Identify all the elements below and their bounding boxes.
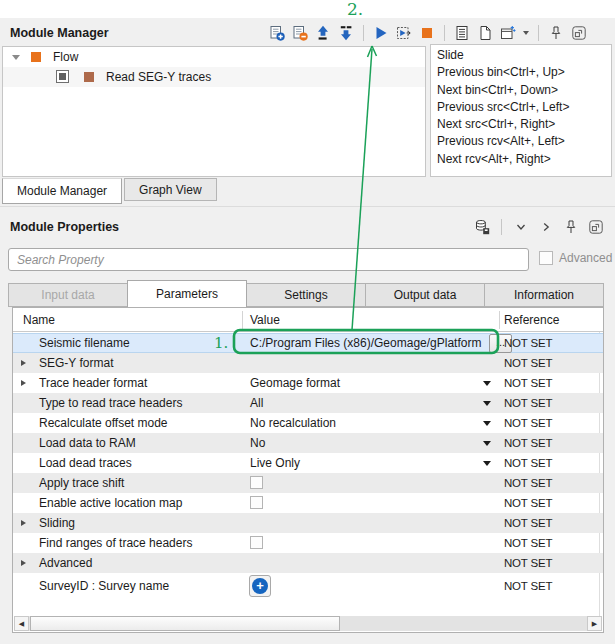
toolbar-separator: [538, 25, 539, 41]
module-checkbox[interactable]: [56, 70, 69, 83]
value-checkbox[interactable]: [250, 536, 263, 549]
dropdown-arrow-icon[interactable]: [483, 461, 491, 466]
dropdown-arrow-icon[interactable]: [483, 381, 491, 386]
new-window-dropdown-icon[interactable]: [523, 31, 529, 35]
dropdown-arrow-icon[interactable]: [483, 441, 491, 446]
save-database-icon[interactable]: [474, 219, 490, 235]
table-row-advanced[interactable]: Advanced NOT SET: [13, 553, 603, 573]
info-line: Next src<Ctrl+, Right>: [437, 116, 611, 133]
stop-button[interactable]: [419, 25, 435, 41]
collapse-triangle-icon[interactable]: [12, 55, 20, 60]
module-manager-titlebar: Module Manager: [2, 19, 613, 46]
expander-icon[interactable]: [21, 560, 26, 566]
slide-shortcuts-panel: Slide Previous bin<Ctrl+, Up> Next bin<C…: [430, 44, 612, 177]
annotation-step2: 2.: [347, 0, 363, 19]
column-header-value: Value: [250, 308, 280, 332]
run-selected-button[interactable]: [396, 25, 412, 41]
table-row-segy-format[interactable]: SEG-Y format NOT SET: [13, 353, 603, 373]
properties-tabbar: Input data Parameters Settings Output da…: [8, 280, 604, 307]
info-line: Next bin<Ctrl+, Down>: [437, 82, 611, 99]
module-properties-toolbar: [474, 219, 613, 235]
table-row-trace-header-format[interactable]: Trace header format Geomage format NOT S…: [13, 373, 603, 393]
paste-button[interactable]: [477, 25, 493, 41]
tree-item-label: Read SEG-Y traces: [106, 67, 211, 87]
tab-input-data[interactable]: Input data: [8, 283, 128, 307]
dropdown-arrow-icon[interactable]: [483, 421, 491, 426]
run-button[interactable]: [373, 25, 389, 41]
module-manager-title: Module Manager: [2, 26, 109, 40]
scrollbar-thumb[interactable]: [30, 616, 340, 631]
table-row-load-dead-traces[interactable]: Load dead traces Live Only NOT SET: [13, 453, 603, 473]
module-manager-toolbar: [269, 25, 613, 41]
module-properties-title: Module Properties: [2, 220, 119, 234]
info-line: Previous src<Ctrl+, Left>: [437, 99, 611, 116]
tab-module-manager[interactable]: Module Manager: [2, 178, 122, 204]
toolbar-separator: [501, 219, 502, 235]
advanced-option: Advanced: [539, 251, 612, 265]
toolbar-separator: [444, 25, 445, 41]
info-line: Previous rcv<Alt+, Left>: [437, 133, 611, 150]
tab-graph-view[interactable]: Graph View: [124, 178, 216, 201]
tree-item-flow[interactable]: Flow: [3, 47, 425, 67]
table-row-sliding[interactable]: Sliding NOT SET: [13, 513, 603, 533]
chevron-down-icon[interactable]: [513, 219, 529, 235]
expander-icon[interactable]: [21, 360, 26, 366]
application-window: Module Manager Flow: [0, 0, 615, 644]
value-checkbox[interactable]: [250, 476, 263, 489]
scroll-left-button[interactable]: ◀: [14, 616, 29, 631]
table-row-survey-id[interactable]: SurveyID : Survey name + NOT SET: [13, 573, 603, 599]
header-separator: [499, 311, 500, 329]
move-up-button[interactable]: [315, 25, 331, 41]
tab-parameters[interactable]: Parameters: [127, 280, 247, 307]
advanced-checkbox[interactable]: [539, 251, 553, 265]
expander-icon[interactable]: [21, 380, 26, 386]
table-row-find-ranges[interactable]: Find ranges of trace headers NOT SET: [13, 533, 603, 553]
table-row-type-to-read[interactable]: Type to read trace headers All NOT SET: [13, 393, 603, 413]
horizontal-scrollbar[interactable]: ◀ ▶: [14, 616, 602, 631]
info-line: Next rcv<Alt+, Right>: [437, 151, 611, 168]
expander-icon[interactable]: [21, 520, 26, 526]
table-row-recalculate-offset[interactable]: Recalculate offset mode No recalculation…: [13, 413, 603, 433]
table-row-load-to-ram[interactable]: Load data to RAM No NOT SET: [13, 433, 603, 453]
column-header-reference: Reference: [504, 308, 559, 332]
log-button[interactable]: [454, 25, 470, 41]
toolbar-separator: [363, 25, 364, 41]
remove-module-button[interactable]: [292, 25, 308, 41]
table-header: Name Value Reference: [13, 308, 603, 332]
pin-icon[interactable]: [548, 25, 564, 41]
new-window-button[interactable]: [500, 25, 516, 41]
scroll-right-button[interactable]: ▶: [587, 616, 602, 631]
header-separator: [242, 311, 243, 329]
search-property-input[interactable]: [8, 248, 529, 271]
table-row-enable-location-map[interactable]: Enable active location map NOT SET: [13, 493, 603, 513]
parameters-table: Name Value Reference Seismic filename C:…: [12, 307, 604, 633]
tree-item-read-segy[interactable]: Read SEG-Y traces: [3, 67, 425, 87]
chevron-right-icon[interactable]: [538, 219, 554, 235]
tree-item-label: Flow: [53, 47, 78, 67]
manager-tabbar: Module Manager Graph View: [2, 178, 217, 206]
tab-information[interactable]: Information: [484, 283, 604, 307]
info-line: Slide: [437, 47, 611, 64]
module-icon: [84, 72, 94, 82]
move-down-button[interactable]: [338, 25, 354, 41]
value-checkbox[interactable]: [250, 496, 263, 509]
advanced-label: Advanced: [559, 251, 612, 265]
table-row-apply-trace-shift[interactable]: Apply trace shift NOT SET: [13, 473, 603, 493]
annotation-step1: 1.: [214, 334, 228, 352]
checkbox-fill: [59, 73, 66, 80]
module-tree: Flow Read SEG-Y traces: [2, 46, 426, 177]
flow-icon: [31, 52, 41, 62]
dropdown-arrow-icon[interactable]: [483, 401, 491, 406]
column-header-name: Name: [23, 308, 55, 332]
tab-settings[interactable]: Settings: [246, 283, 366, 307]
module-properties-titlebar: Module Properties: [2, 214, 613, 240]
plus-icon: +: [252, 578, 268, 594]
add-module-button[interactable]: [269, 25, 285, 41]
info-line: Previous bin<Ctrl+, Up>: [437, 64, 611, 81]
pin-icon[interactable]: [563, 219, 579, 235]
table-row-seismic-filename[interactable]: Seismic filename C:/Program Files (x86)/…: [13, 333, 603, 353]
add-survey-button[interactable]: +: [249, 575, 271, 597]
float-window-icon[interactable]: [571, 25, 587, 41]
tab-output-data[interactable]: Output data: [365, 283, 485, 307]
float-window-icon[interactable]: [588, 219, 604, 235]
